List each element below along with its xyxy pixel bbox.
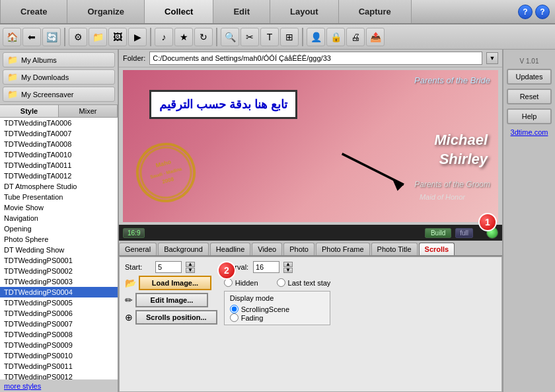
list-item[interactable]: TDTWeddingPS0008 <box>0 329 118 340</box>
tb-settings[interactable]: ⚙ <box>69 28 87 46</box>
tb-print[interactable]: 🖨 <box>346 28 365 46</box>
list-item[interactable]: TDTWeddingTA0008 <box>0 139 118 149</box>
tab-background[interactable]: Background <box>158 243 209 255</box>
tb-crop[interactable]: ✂ <box>240 28 259 46</box>
start-up-btn[interactable]: ▲ <box>186 262 195 267</box>
tb-share[interactable]: 📤 <box>366 28 385 46</box>
style-tab[interactable]: Style <box>0 105 59 117</box>
tab-photo[interactable]: Photo <box>283 243 314 255</box>
list-item[interactable]: TDTWeddingPS0011 <box>0 361 118 372</box>
tb-home[interactable]: 🏠 <box>3 28 21 46</box>
tab-layout[interactable]: Layout <box>270 0 339 23</box>
start-label: Start: <box>125 263 151 271</box>
tb-person[interactable]: 👤 <box>307 28 325 46</box>
interval-input[interactable] <box>253 261 279 273</box>
sidebar-more-styles[interactable]: more styles <box>0 379 118 392</box>
tb-star[interactable]: ★ <box>174 28 193 46</box>
ctrl-ratio-btn[interactable]: 16:9 <box>123 228 145 238</box>
tab-photo-title[interactable]: Photo Title <box>371 243 418 255</box>
ctrl-build-btn[interactable]: Build <box>425 228 451 238</box>
folder-path-input[interactable] <box>149 52 482 65</box>
tb-rotate[interactable]: ↻ <box>194 28 213 46</box>
tab-general[interactable]: General <box>119 243 157 255</box>
tab-collect[interactable]: Collect <box>145 0 213 23</box>
tb-text[interactable]: T <box>260 28 279 46</box>
scrolling-scene-radio[interactable] <box>230 305 239 313</box>
start-input[interactable] <box>155 261 182 273</box>
folder-browse-button[interactable]: ▼ <box>486 52 498 64</box>
list-item[interactable]: TDTWeddingPS0002 <box>0 266 118 276</box>
load-image-button[interactable]: Load Image... <box>139 276 211 290</box>
svg-text:2008: 2008 <box>161 176 174 184</box>
mixer-tab[interactable]: Mixer <box>59 105 118 117</box>
list-item[interactable]: TDTWeddingTA0011 <box>0 160 118 171</box>
list-item[interactable]: TDTWeddingPS0001 <box>0 255 118 266</box>
tab-photo-frame[interactable]: Photo Frame <box>316 243 370 255</box>
tab-create[interactable]: Create <box>0 0 67 23</box>
sep3 <box>216 28 217 46</box>
list-item[interactable]: Navigation <box>0 213 118 223</box>
list-item[interactable]: Opening <box>0 223 118 234</box>
tab-headline[interactable]: Headline <box>210 243 250 255</box>
list-item[interactable]: DT Wedding Show <box>0 245 118 255</box>
fading-row: Fading <box>230 313 325 322</box>
ctrl-full-btn[interactable]: full <box>455 228 473 238</box>
list-item[interactable]: TDTWeddingPS0006 <box>0 308 118 319</box>
tb-folder[interactable]: 📁 <box>89 28 107 46</box>
scrolls-position-button[interactable]: Scrolls position... <box>135 310 217 325</box>
list-item-atmosphere[interactable]: DT Atmosphere Studio <box>0 181 118 192</box>
sidebar-my-albums[interactable]: 📁 My Albums <box>3 52 115 67</box>
tab-capture[interactable]: Capture <box>339 0 412 23</box>
list-item[interactable]: TDTWeddingTA0010 <box>0 149 118 160</box>
preview-name2: Shirley <box>434 150 488 169</box>
tb-video[interactable]: ▶ <box>128 28 147 46</box>
reset-button[interactable]: Reset <box>507 89 552 104</box>
list-item[interactable]: TDTWeddingPS0007 <box>0 319 118 329</box>
preview-background: Parents of the Bride تابع هنا بدقة حسب ا… <box>123 70 498 222</box>
ratio-label: 16:9 <box>128 229 140 237</box>
list-item[interactable]: Movie Show <box>0 202 118 213</box>
sidebar-my-screensaver[interactable]: 📁 My Screensaver <box>3 87 115 102</box>
list-item[interactable]: TDTWeddingPS0010 <box>0 350 118 361</box>
list-item[interactable]: TDTWeddingTA0007 <box>0 128 118 139</box>
hidden-radio[interactable] <box>224 278 233 287</box>
radio-options-col: Hidden Last text stay Display mode Scrol… <box>224 276 331 325</box>
list-item-presentation[interactable]: Tube Presentation <box>0 192 118 202</box>
updates-button[interactable]: Updates <box>507 69 552 85</box>
list-item[interactable]: TDTWeddingPS0003 <box>0 276 118 287</box>
list-item[interactable]: TDTWeddingTA0012 <box>0 171 118 181</box>
tb-image[interactable]: 🖼 <box>108 28 127 46</box>
tab-scrolls[interactable]: Scrolls <box>419 243 455 255</box>
tb-lock[interactable]: 🔒 <box>326 28 345 46</box>
list-item-selected[interactable]: TDTWeddingPS0004 <box>0 287 118 297</box>
list-item[interactable]: TDTWeddingPS0009 <box>0 340 118 350</box>
tab-edit[interactable]: Edit <box>213 0 270 23</box>
help-button[interactable]: Help <box>507 108 552 124</box>
tb-refresh[interactable]: 🔄 <box>42 28 61 46</box>
tab-organize[interactable]: Organize <box>67 0 145 23</box>
interval-down-btn[interactable]: ▼ <box>283 268 293 273</box>
edit-image-button[interactable]: Edit Image... <box>135 293 208 307</box>
edit-icon: ✏ <box>125 295 133 305</box>
list-item[interactable]: TDTWeddingPS0005 <box>0 297 118 308</box>
tb-music[interactable]: ♪ <box>155 28 173 46</box>
list-item[interactable]: Photo Sphere <box>0 234 118 245</box>
tb-back[interactable]: ⬅ <box>22 28 41 46</box>
sidebar-my-downloads[interactable]: 📁 My Downloads <box>3 69 115 85</box>
folder-icon: 📁 <box>7 55 18 65</box>
tb-grid[interactable]: ⊞ <box>280 28 299 46</box>
main-layout: 📁 My Albums 📁 My Downloads 📁 My Screensa… <box>0 50 555 392</box>
tb-zoom[interactable]: 🔍 <box>221 28 239 46</box>
start-down-btn[interactable]: ▼ <box>186 268 195 273</box>
hidden-label: Hidden <box>235 279 258 287</box>
fading-radio[interactable] <box>230 313 239 322</box>
interval-up-btn[interactable]: ▲ <box>283 262 293 267</box>
list-item[interactable]: TDTWeddingPS0012 <box>0 372 118 379</box>
help-button-1[interactable]: ? <box>518 5 533 19</box>
scrolls-position-row: ⊕ Scrolls position... <box>125 310 217 325</box>
list-item[interactable]: TDTWeddingTA0006 <box>0 118 118 128</box>
tab-video[interactable]: Video <box>252 243 282 255</box>
3dtime-link[interactable]: 3dtime.com <box>511 128 548 136</box>
last-text-radio[interactable] <box>277 278 285 287</box>
help-button-2[interactable]: ? <box>535 5 550 19</box>
